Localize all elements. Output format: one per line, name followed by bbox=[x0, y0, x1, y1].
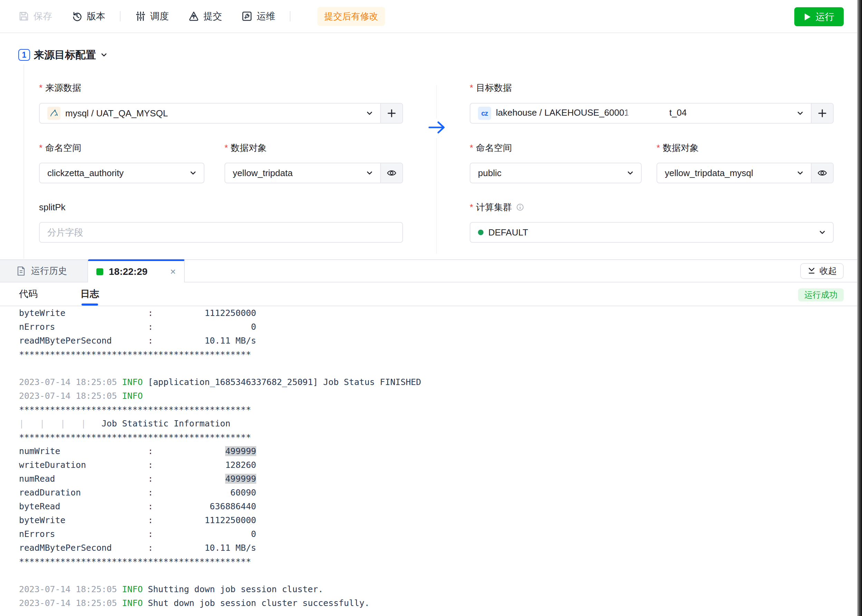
target-object-label-text: 数据对象 bbox=[663, 142, 698, 154]
ops-wrench-icon bbox=[241, 11, 252, 22]
target-namespace-select[interactable]: public bbox=[470, 163, 642, 183]
run-history-label: 运行历史 bbox=[31, 265, 67, 277]
preview-source-object-button[interactable] bbox=[380, 163, 402, 183]
log-line: 2023-07-14 18:25:05 INFO Shut down job s… bbox=[19, 596, 857, 610]
source-data-select[interactable]: mysql / UAT_QA_MYSQL bbox=[39, 103, 403, 124]
target-data-select[interactable]: cz lakehouse / LAKEHOUSE_60001t_04 bbox=[470, 103, 834, 124]
collapse-label: 收起 bbox=[820, 265, 837, 277]
log-line: byteRead : 636886440 bbox=[19, 500, 857, 514]
log-output[interactable]: byteWrite : 1112250000nErrors : 0readMBy… bbox=[0, 306, 857, 616]
required-marker: * bbox=[656, 143, 660, 153]
save-button[interactable]: 保存 bbox=[18, 10, 52, 22]
collapse-panel-button[interactable]: 收起 bbox=[800, 263, 844, 279]
source-data-value: mysql / UAT_QA_MYSQL bbox=[65, 108, 168, 119]
log-line: | | | | Job Statistic Information bbox=[19, 417, 857, 431]
source-namespace-label: * 命名空间 bbox=[39, 142, 81, 153]
splitpk-placeholder: 分片字段 bbox=[47, 226, 83, 239]
play-icon bbox=[804, 13, 811, 21]
target-data-label-text: 目标数据 bbox=[476, 82, 512, 94]
required-marker: * bbox=[39, 83, 42, 93]
run-label: 运行 bbox=[816, 11, 834, 23]
log-line: nErrors : 0 bbox=[19, 527, 857, 541]
log-line: readMBytePerSecond : 10.11 MB/s bbox=[19, 334, 857, 348]
cluster-status-dot bbox=[478, 229, 483, 235]
log-line bbox=[19, 569, 857, 583]
lakehouse-logo-icon: cz bbox=[478, 107, 491, 120]
chevron-down-icon bbox=[189, 168, 198, 178]
cluster-value: DEFAULT bbox=[488, 227, 528, 238]
schedule-button[interactable]: 调度 bbox=[135, 10, 169, 22]
required-marker: * bbox=[225, 143, 228, 153]
collapse-down-icon bbox=[807, 267, 816, 275]
target-namespace-label: * 命名空间 bbox=[470, 142, 512, 153]
toolbar-divider bbox=[120, 11, 121, 21]
source-namespace-label-text: 命名空间 bbox=[45, 142, 81, 154]
log-line: writeDuration : 128260 bbox=[19, 458, 857, 472]
mysql-icon bbox=[47, 107, 60, 120]
eye-icon bbox=[817, 168, 827, 178]
preview-target-object-button[interactable] bbox=[811, 163, 833, 183]
log-line: readDuration : 60090 bbox=[19, 486, 857, 500]
chevron-down-icon bbox=[796, 109, 805, 118]
info-icon[interactable] bbox=[516, 203, 524, 211]
source-object-select[interactable]: yellow_tripdata bbox=[225, 163, 403, 183]
version-label: 版本 bbox=[87, 10, 105, 22]
chevron-down-icon bbox=[626, 168, 635, 178]
submit-button[interactable]: 提交 bbox=[188, 10, 222, 22]
required-marker: * bbox=[470, 202, 473, 213]
chevron-down-icon bbox=[818, 228, 827, 237]
section-title-text: 来源目标配置 bbox=[34, 48, 96, 62]
log-line: byteWrite : 1112250000 bbox=[19, 306, 857, 320]
tab-run-instance[interactable]: 18:22:29 × bbox=[88, 259, 185, 283]
chevron-down-icon bbox=[796, 168, 805, 178]
log-line: 2023-07-14 18:25:05 INFO Shutting down j… bbox=[19, 583, 857, 596]
add-source-connection-button[interactable] bbox=[380, 104, 402, 123]
column-divider bbox=[436, 138, 437, 254]
log-line bbox=[19, 361, 857, 376]
schedule-label: 调度 bbox=[150, 10, 169, 22]
target-namespace-value: public bbox=[478, 168, 502, 179]
target-object-select[interactable]: yellow_tripdata_mysql bbox=[656, 163, 834, 183]
target-data-label: * 目标数据 bbox=[470, 82, 512, 93]
step-number-badge: 1 bbox=[18, 49, 30, 61]
app-window: 保存 版本 调度 bbox=[0, 0, 862, 616]
tab-log[interactable]: 日志 bbox=[80, 283, 99, 306]
log-line: ****************************************… bbox=[19, 348, 857, 361]
target-object-label: * 数据对象 bbox=[656, 142, 698, 153]
tab-code[interactable]: 代码 bbox=[19, 283, 38, 306]
source-namespace-select[interactable]: clickzetta_authority bbox=[39, 163, 204, 183]
source-to-target-arrow-icon bbox=[428, 120, 447, 135]
run-button[interactable]: 运行 bbox=[794, 7, 844, 26]
source-data-label: * 来源数据 bbox=[39, 82, 81, 93]
document-icon bbox=[16, 266, 26, 276]
cluster-select[interactable]: DEFAULT bbox=[470, 222, 834, 243]
save-icon bbox=[18, 11, 29, 22]
plus-icon bbox=[817, 108, 827, 118]
plus-icon bbox=[387, 108, 397, 118]
ops-button[interactable]: 运维 bbox=[241, 10, 275, 22]
version-button[interactable]: 版本 bbox=[71, 10, 105, 22]
close-tab-icon[interactable]: × bbox=[170, 266, 176, 277]
chevron-down-icon bbox=[365, 109, 374, 118]
running-status-square-icon bbox=[96, 268, 103, 275]
splitpk-input[interactable]: 分片字段 bbox=[39, 222, 403, 243]
target-data-value-suffix: t_04 bbox=[669, 107, 687, 118]
target-namespace-label-text: 命名空间 bbox=[476, 142, 512, 154]
target-object-value: yellow_tripdata_mysql bbox=[665, 168, 753, 179]
required-marker: * bbox=[39, 143, 42, 153]
section-title[interactable]: 来源目标配置 bbox=[34, 49, 109, 61]
log-line: ****************************************… bbox=[19, 555, 857, 569]
window-right-edge bbox=[857, 0, 862, 616]
active-tab-underline bbox=[82, 303, 98, 306]
required-marker: * bbox=[470, 83, 473, 93]
source-object-label-text: 数据对象 bbox=[231, 142, 267, 154]
source-namespace-value: clickzetta_authority bbox=[47, 168, 124, 179]
redacted-blur-patch bbox=[630, 107, 669, 119]
tab-run-history[interactable]: 运行历史 bbox=[0, 260, 88, 282]
splitpk-label-text: splitPk bbox=[39, 202, 66, 213]
step-connector-line bbox=[24, 64, 24, 259]
save-label: 保存 bbox=[33, 10, 52, 22]
log-lines: byteWrite : 1112250000nErrors : 0readMBy… bbox=[19, 306, 857, 610]
add-target-connection-button[interactable] bbox=[811, 104, 833, 123]
column-divider bbox=[436, 85, 437, 118]
